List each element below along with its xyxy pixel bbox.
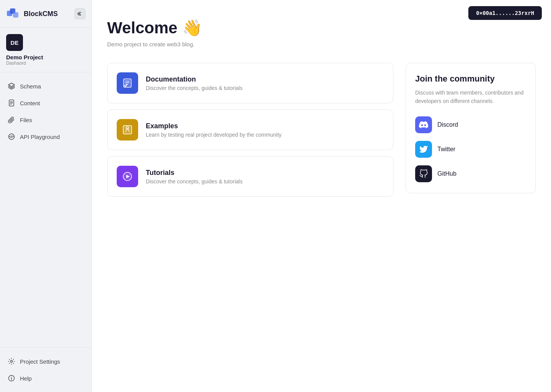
collapse-button[interactable] bbox=[75, 8, 85, 19]
sidebar-item-help[interactable]: Help bbox=[3, 371, 88, 386]
docs-card-title: Documentation bbox=[146, 75, 243, 83]
project-section: DE Demo Project Dashaord bbox=[0, 28, 91, 72]
examples-card-title: Examples bbox=[146, 122, 282, 130]
twitter-link[interactable]: Twitter bbox=[415, 141, 526, 158]
project-avatar: DE bbox=[6, 34, 23, 51]
tutorials-card-desc: Discover the concepts, guides & tutorial… bbox=[146, 178, 243, 185]
sidebar: BlockCMS DE Demo Project Dashaord Schema bbox=[0, 0, 92, 392]
project-subtitle: Dashaord bbox=[6, 60, 85, 66]
examples-card-desc: Learn by testing real project developed … bbox=[146, 132, 282, 138]
community-desc: Discuss with team members, contributors … bbox=[415, 88, 526, 106]
main-content: Welcome 👋 Demo project to create web3 bl… bbox=[92, 0, 551, 392]
sidebar-item-settings-label: Project Settings bbox=[20, 358, 60, 365]
cards-column: Documentation Discover the concepts, gui… bbox=[107, 63, 393, 197]
chevron-left-icon bbox=[77, 11, 83, 16]
logo-area: BlockCMS bbox=[6, 7, 58, 21]
topbar: 0×00a1......23rxrH bbox=[459, 0, 551, 26]
twitter-label: Twitter bbox=[437, 146, 455, 153]
discord-link[interactable]: Discord bbox=[415, 116, 526, 133]
logo-text: BlockCMS bbox=[24, 10, 58, 18]
tutorials-icon bbox=[117, 166, 138, 187]
documentation-card[interactable]: Documentation Discover the concepts, gui… bbox=[107, 63, 393, 103]
sidebar-item-api[interactable]: API Playground bbox=[3, 129, 88, 144]
svg-point-5 bbox=[11, 361, 13, 363]
sidebar-item-content-label: Content bbox=[20, 100, 40, 106]
docs-icon bbox=[117, 72, 138, 94]
docs-card-text: Documentation Discover the concepts, gui… bbox=[146, 75, 243, 91]
sidebar-item-files-label: Files bbox=[20, 117, 32, 123]
gear-icon bbox=[8, 358, 15, 365]
content-grid: Documentation Discover the concepts, gui… bbox=[107, 63, 536, 197]
welcome-heading: Welcome bbox=[107, 19, 178, 37]
file-icon bbox=[8, 99, 15, 107]
community-column: Join the community Discuss with team mem… bbox=[406, 63, 536, 197]
docs-card-desc: Discover the concepts, guides & tutorial… bbox=[146, 85, 243, 91]
sidebar-item-api-label: API Playground bbox=[20, 134, 60, 140]
examples-icon bbox=[117, 119, 138, 140]
twitter-icon bbox=[415, 141, 432, 158]
sidebar-nav: Schema Content Files bbox=[0, 72, 91, 347]
sidebar-bottom: Project Settings Help bbox=[0, 347, 91, 392]
tutorials-card[interactable]: Tutorials Discover the concepts, guides … bbox=[107, 156, 393, 197]
github-icon bbox=[415, 165, 432, 182]
sidebar-item-settings[interactable]: Project Settings bbox=[3, 354, 88, 369]
wallet-badge: 0×00a1......23rxrH bbox=[468, 6, 542, 20]
sidebar-header: BlockCMS bbox=[0, 0, 91, 28]
welcome-emoji: 👋 bbox=[182, 18, 202, 37]
sidebar-item-schema-label: Schema bbox=[20, 83, 41, 90]
community-title: Join the community bbox=[415, 74, 526, 84]
tutorials-card-text: Tutorials Discover the concepts, guides … bbox=[146, 169, 243, 185]
tutorials-card-title: Tutorials bbox=[146, 169, 243, 177]
project-name: Demo Project bbox=[6, 54, 85, 60]
community-links: Discord Twitter bbox=[415, 116, 526, 182]
examples-card[interactable]: Examples Learn by testing real project d… bbox=[107, 109, 393, 150]
github-label: GitHub bbox=[437, 170, 456, 177]
sidebar-item-help-label: Help bbox=[20, 375, 32, 382]
discord-icon bbox=[415, 116, 432, 133]
svg-rect-2 bbox=[13, 12, 18, 18]
page-wrapper: 0×00a1......23rxrH Welcome 👋 Demo projec… bbox=[92, 0, 551, 392]
layers-icon bbox=[8, 82, 15, 90]
paperclip-icon bbox=[8, 116, 15, 124]
sidebar-item-schema[interactable]: Schema bbox=[3, 78, 88, 94]
info-icon bbox=[8, 374, 15, 382]
community-card: Join the community Discuss with team mem… bbox=[406, 63, 536, 193]
logo-icon bbox=[6, 7, 20, 21]
github-link[interactable]: GitHub bbox=[415, 165, 526, 182]
discord-label: Discord bbox=[437, 121, 458, 128]
examples-card-text: Examples Learn by testing real project d… bbox=[146, 122, 282, 138]
welcome-subtitle: Demo project to create web3 blog. bbox=[107, 41, 536, 47]
sidebar-item-content[interactable]: Content bbox=[3, 95, 88, 111]
api-icon bbox=[8, 133, 15, 140]
sidebar-item-files[interactable]: Files bbox=[3, 112, 88, 127]
